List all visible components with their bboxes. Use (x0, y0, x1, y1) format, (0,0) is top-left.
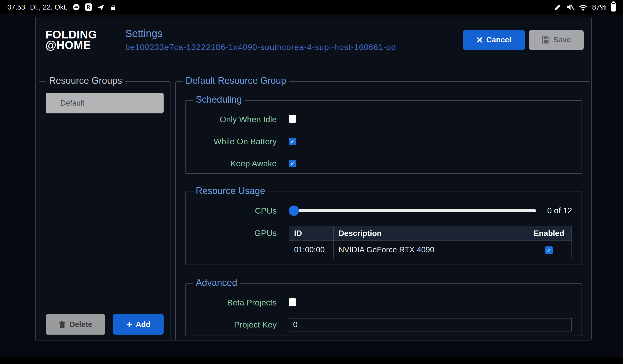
gpus-row: GPUs ID Description Enabled (186, 226, 572, 259)
keep-awake-label: Keep Awake (186, 159, 277, 168)
gpu-col-description: Description (333, 226, 526, 240)
resource-usage-legend: Resource Usage (193, 186, 268, 196)
battery-icon (611, 3, 616, 12)
plus-icon: + (126, 319, 133, 330)
gpu-enabled-checkbox[interactable] (545, 246, 553, 254)
status-bar: 07:53 Di., 22. Okt. R 87% (0, 0, 623, 14)
while-on-battery-checkbox[interactable] (289, 138, 296, 145)
resource-usage-section: Resource Usage CPUs 0 of 12 (185, 192, 582, 265)
gesture-nav-strip (0, 357, 623, 364)
status-bar-left: 07:53 Di., 22. Okt. R (7, 3, 117, 11)
scheduling-section: Scheduling Only When Idle While On Batte… (185, 100, 582, 174)
resource-group-default-button[interactable]: Default (46, 93, 164, 113)
screen: 07:53 Di., 22. Okt. R 87% (0, 0, 623, 364)
notification-r-icon: R (85, 3, 92, 11)
app-header: FOLDING @HOME Settings be100233e7ca-1322… (36, 17, 591, 63)
only-when-idle-label: Only When Idle (186, 115, 277, 124)
gpu-table-row: 01:00:00 NVIDIA GeForce RTX 4090 (289, 240, 572, 259)
while-on-battery-label: While On Battery (186, 137, 277, 146)
only-when-idle-row: Only When Idle (186, 112, 572, 126)
gpu-table-header-row: ID Description Enabled (289, 226, 572, 240)
gpu-table: ID Description Enabled 01:00:00 NVIDIA G… (289, 226, 572, 259)
gpu-col-id: ID (289, 226, 333, 240)
data-transfer-icon (97, 3, 105, 11)
mute-icon (566, 3, 574, 11)
default-resource-group-legend: Default Resource Group (183, 76, 289, 86)
hotspot-icon (109, 3, 117, 11)
stylus-icon (554, 3, 561, 11)
cpus-slider-wrap: 0 of 12 (289, 205, 572, 216)
cpus-slider-track[interactable] (289, 209, 536, 212)
battery-percent: 87% (592, 3, 606, 11)
trash-icon (59, 321, 66, 328)
delete-group-button[interactable]: Delete (46, 314, 105, 335)
project-key-row: Project Key (186, 318, 572, 331)
page-background: FOLDING @HOME Settings be100233e7ca-1322… (0, 14, 623, 357)
machine-name: be100233e7ca-13222186-1x4090-southcorea-… (125, 42, 396, 52)
save-label: Save (553, 36, 571, 44)
title-block: Settings be100233e7ca-13222186-1x4090-so… (125, 28, 396, 52)
folding-at-home-logo: FOLDING @HOME (45, 29, 97, 50)
beta-projects-checkbox[interactable] (289, 298, 296, 306)
status-bar-right: 87% (554, 3, 616, 12)
cpus-label: CPUs (186, 206, 277, 216)
add-label: Add (136, 320, 150, 329)
only-when-idle-checkbox[interactable] (289, 115, 296, 123)
project-key-input[interactable] (289, 318, 572, 331)
delete-label: Delete (69, 320, 92, 329)
resource-group-actions: Delete + Add (46, 314, 164, 335)
keep-awake-checkbox[interactable] (289, 160, 296, 167)
gpu-description-cell: NVIDIA GeForce RTX 4090 (333, 240, 526, 259)
cancel-label: Cancel (486, 36, 512, 44)
header-actions: Cancel Save (463, 30, 584, 50)
keep-awake-row: Keep Awake (186, 157, 572, 170)
resource-groups-legend: Resource Groups (46, 76, 125, 86)
default-resource-group-section: Default Resource Group Scheduling Only W… (175, 81, 590, 341)
scheduling-legend: Scheduling (193, 94, 245, 105)
beta-projects-row: Beta Projects (186, 296, 572, 309)
page-title: Settings (125, 28, 396, 39)
project-key-label: Project Key (186, 320, 277, 329)
logo-line2: @HOME (45, 40, 97, 50)
save-button[interactable]: Save (529, 30, 584, 50)
cpus-row: CPUs 0 of 12 (186, 204, 572, 218)
do-not-disturb-icon (73, 3, 80, 11)
cancel-button[interactable]: Cancel (463, 30, 525, 50)
status-date: Di., 22. Okt. (30, 3, 68, 11)
wifi-icon (579, 3, 587, 11)
advanced-section: Advanced Beta Projects Project Key (185, 283, 582, 336)
save-floppy-icon (542, 36, 550, 44)
logo-line1: FOLDING (45, 29, 97, 40)
status-time: 07:53 (7, 3, 25, 11)
while-on-battery-row: While On Battery (186, 135, 572, 148)
cpus-value: 0 of 12 (543, 206, 572, 215)
gpu-id-cell: 01:00:00 (289, 240, 333, 259)
gpus-label: GPUs (186, 226, 277, 240)
cpus-slider-thumb[interactable] (289, 205, 299, 216)
resource-groups-section: Resource Groups Default Delete + Add (39, 81, 171, 341)
gpu-col-enabled: Enabled (526, 226, 572, 240)
card-body: Resource Groups Default Delete + Add (36, 63, 591, 341)
advanced-legend: Advanced (193, 278, 240, 288)
cancel-x-icon (477, 37, 483, 43)
gpu-enabled-cell (526, 240, 572, 259)
cpus-slider[interactable] (289, 205, 536, 216)
beta-projects-label: Beta Projects (186, 298, 277, 307)
settings-card: FOLDING @HOME Settings be100233e7ca-1322… (35, 17, 592, 341)
add-group-button[interactable]: + Add (113, 314, 164, 335)
